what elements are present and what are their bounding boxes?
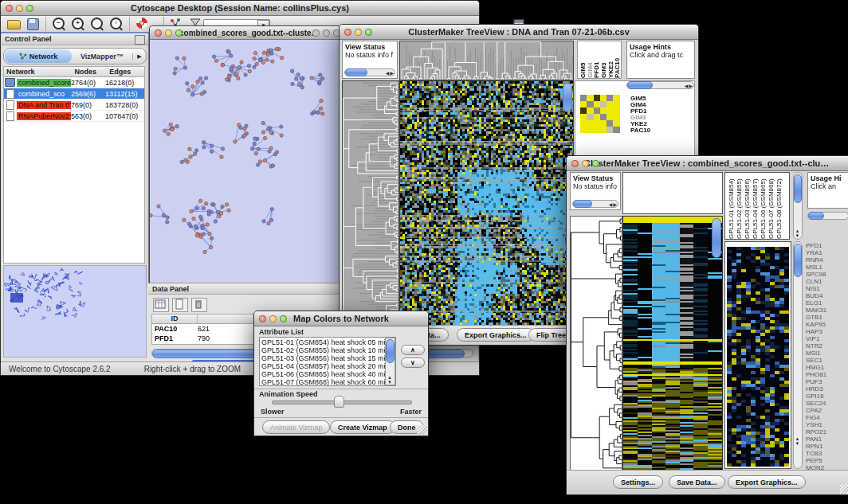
gene-label[interactable]: PUF3: [806, 378, 847, 385]
zoom-window-icon[interactable]: [592, 160, 599, 167]
view-status-scrollbar[interactable]: ◀ ▶: [344, 68, 395, 76]
map-colors-title-bar[interactable]: Map Colors to Network: [254, 311, 428, 326]
gene-label[interactable]: TCB3: [806, 450, 847, 457]
gene-label[interactable]: HRD3: [806, 385, 847, 393]
treeview-dna-title-bar[interactable]: ClusterMaker TreeView : DNA and Tran 07-…: [340, 25, 698, 40]
zoom-one-to-one-icon[interactable]: [89, 17, 105, 31]
network-table-header[interactable]: Network Nodes Edges: [3, 66, 145, 77]
heatmap-column-label[interactable]: PAC10: [614, 41, 621, 78]
combined-hints-scrollbar[interactable]: [807, 212, 848, 220]
move-attribute-up-button[interactable]: ∧: [401, 345, 425, 355]
heatmap-column-label[interactable]: GIM5: [579, 41, 587, 78]
scroll-right-icon[interactable]: ▶: [613, 201, 618, 207]
heatmap-column-label[interactable]: GPL51-06 (GSM865): [760, 173, 768, 239]
open-file-icon[interactable]: [6, 17, 22, 31]
attribute-list-vscroll[interactable]: ▲▼: [385, 338, 395, 385]
close-icon[interactable]: [155, 29, 162, 37]
heatmap-column-label[interactable]: GPL51-02 (GSM855): [736, 173, 744, 239]
gene-label[interactable]: MSL1: [806, 264, 847, 271]
gene-label[interactable]: PEP5: [806, 457, 847, 464]
minimize-icon[interactable]: [582, 160, 589, 167]
heatmap-column-label[interactable]: GPL51-01 (GSM854): [728, 173, 736, 239]
window-controls[interactable]: [6, 5, 33, 12]
combined-top-vscroll[interactable]: ▲▼: [793, 172, 803, 240]
select-attributes-icon[interactable]: [153, 298, 169, 312]
gene-label[interactable]: RPO21: [806, 428, 847, 436]
scroll-down-icon[interactable]: ▼: [387, 380, 393, 385]
main-title-bar[interactable]: Cytoscape Desktop (Session Name: collins…: [1, 1, 479, 16]
attribute-list-item[interactable]: GPL51-04 (GSM857) heat shock 20 min: [261, 362, 384, 370]
tabs-overflow-icon[interactable]: ▶: [132, 53, 146, 60]
heatmap-column-label[interactable]: GPL51-03 (GSM856): [744, 173, 752, 239]
combined-selected-heatmap[interactable]: [725, 242, 791, 468]
close-icon[interactable]: [312, 29, 320, 37]
scroll-down-icon[interactable]: ▼: [795, 233, 801, 238]
network-list-row[interactable]: RNAPuberNov2+I 563(0) 107847(0): [4, 111, 144, 122]
heatmap-column-label[interactable]: GPL51-07 (GSM868): [768, 173, 775, 239]
minimize-icon[interactable]: [16, 5, 23, 12]
export-graphics-button[interactable]: Export Graphics...: [728, 475, 806, 489]
gene-label[interactable]: HAP3: [806, 328, 847, 335]
attribute-list-item[interactable]: GPL51-07 (GSM868) heat shock 60 min: [261, 378, 384, 386]
gene-label[interactable]: SEC24: [806, 400, 847, 407]
animation-speed-slider-thumb[interactable]: [334, 396, 344, 408]
scroll-right-icon[interactable]: ▶: [689, 83, 693, 88]
minimize-icon[interactable]: [165, 29, 172, 37]
gene-label[interactable]: MAK31: [806, 307, 847, 314]
gene-label[interactable]: PAN1: [806, 436, 847, 443]
gene-label[interactable]: FIG4: [806, 414, 847, 421]
minimize-icon[interactable]: [269, 315, 277, 322]
dna-selected-cluster-matrix[interactable]: [580, 95, 620, 133]
gene-label[interactable]: BUD4: [806, 292, 847, 299]
gene-label[interactable]: GTB1: [806, 314, 847, 321]
combined-row-dendrogram[interactable]: [570, 216, 622, 471]
heatmap-row-label[interactable]: PAC10: [630, 127, 650, 134]
dna-heatmap-vscroll[interactable]: [563, 83, 572, 111]
attribute-list-item[interactable]: GPL51-02 (GSM855) heat shock 10 min: [261, 346, 384, 354]
zoom-fit-icon[interactable]: ▫: [108, 17, 124, 31]
gene-label[interactable]: PHO81: [806, 371, 847, 378]
zoom-window-icon[interactable]: [26, 5, 33, 12]
gene-label[interactable]: RNR4: [806, 256, 847, 264]
export-graphics-button[interactable]: Export Graphics...: [457, 328, 535, 342]
network-overview-panel[interactable]: [3, 265, 147, 357]
save-data-button[interactable]: Save Data...: [669, 475, 725, 489]
combined-heatmap[interactable]: [622, 216, 723, 471]
combined-column-dendrogram[interactable]: [622, 172, 723, 214]
gene-label[interactable]: NTR2: [806, 342, 847, 350]
tab-vizmapper[interactable]: VizMapper™: [72, 53, 132, 61]
move-attribute-down-button[interactable]: ∨: [401, 357, 425, 368]
network-list-row[interactable]: DNA and Tran 07 769(0) 183728(0): [4, 100, 144, 111]
treeview-combined-title-bar[interactable]: ClusterMaker TreeView : combined_scores_…: [567, 156, 848, 171]
gene-label[interactable]: YRA1: [806, 249, 847, 256]
gene-label[interactable]: PFD1: [806, 242, 847, 249]
attribute-list[interactable]: GPL51-01 (GSM854) heat shock 05 minGPL51…: [259, 337, 396, 386]
gene-label[interactable]: CPA2: [806, 407, 847, 414]
animate-vizmap-button[interactable]: Animate Vizmap: [262, 420, 330, 434]
resize-grip[interactable]: [418, 425, 427, 435]
zoom-window-icon[interactable]: [280, 315, 287, 322]
gene-label[interactable]: MSI1: [806, 350, 847, 357]
create-vizmap-button[interactable]: Create Vizmap: [330, 420, 395, 434]
gene-label[interactable]: YSH1: [806, 421, 847, 428]
save-icon[interactable]: [25, 17, 41, 31]
zoom-window-icon[interactable]: [365, 29, 372, 36]
gene-label[interactable]: RPN1: [806, 443, 847, 450]
gene-label[interactable]: HMG1: [806, 364, 847, 371]
gene-label[interactable]: CLN1: [806, 278, 847, 285]
zoom-in-icon[interactable]: +: [70, 17, 86, 31]
scroll-down-icon[interactable]: ▼: [795, 441, 801, 446]
float-panel-icon[interactable]: [135, 35, 145, 45]
combined-heatmap-vscroll[interactable]: [712, 218, 721, 258]
zoom-window-icon[interactable]: [175, 29, 183, 37]
delete-attribute-icon[interactable]: [191, 298, 207, 312]
minimize-icon[interactable]: [355, 29, 362, 36]
resize-grip[interactable]: [840, 484, 848, 494]
dna-hints-scrollbar[interactable]: ◀ ▶: [626, 81, 694, 89]
new-attribute-icon[interactable]: [172, 298, 188, 312]
network-list-row[interactable]: combined_scores 2764(0) 16218(0): [4, 77, 144, 88]
gene-label[interactable]: SEC1: [806, 357, 847, 364]
attribute-list-item[interactable]: GPL51-01 (GSM854) heat shock 05 min: [261, 338, 384, 346]
settings-button[interactable]: Settings...: [613, 475, 663, 489]
gene-label[interactable]: GPI16: [806, 393, 847, 400]
